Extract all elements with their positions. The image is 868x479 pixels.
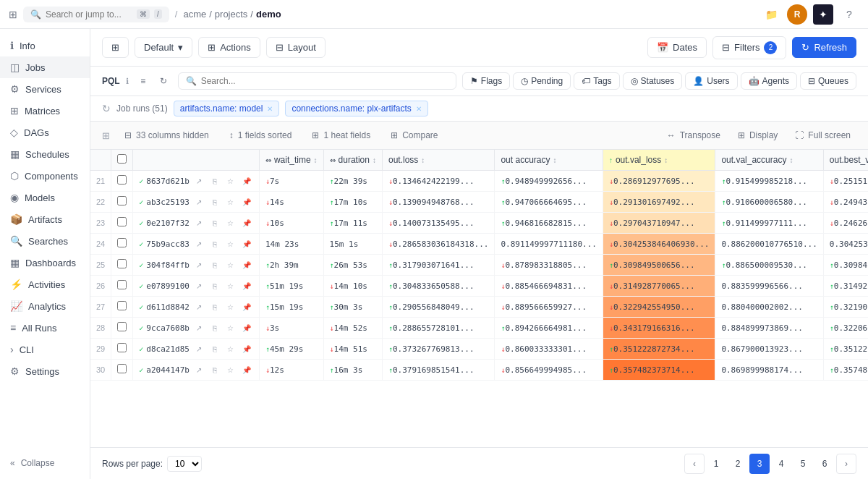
run-pin-btn[interactable]: 📌 xyxy=(240,216,253,229)
user-avatar[interactable]: R xyxy=(787,4,807,25)
sidebar-item-services[interactable]: ⚙ Services xyxy=(0,78,90,100)
run-copy-btn[interactable]: ⎘ xyxy=(208,321,221,334)
tags-btn[interactable]: 🏷 Tags xyxy=(574,72,619,90)
compare-btn[interactable]: ⊞ Compare xyxy=(385,127,443,143)
fullscreen-btn[interactable]: ⛶ Full screen xyxy=(789,127,856,143)
row-checkbox[interactable] xyxy=(117,280,127,289)
transpose-btn[interactable]: ↔ Transpose xyxy=(661,127,726,143)
run-pin-btn[interactable]: 📌 xyxy=(240,258,253,271)
filter-refresh-icon[interactable]: ↻ xyxy=(102,103,111,114)
sidebar-item-artifacts[interactable]: 📦 Artifacts xyxy=(0,208,90,230)
breadcrumb-projects[interactable]: projects xyxy=(215,9,248,20)
sidebar-item-analytics[interactable]: 📈 Analytics xyxy=(0,295,90,317)
run-star-btn[interactable]: ☆ xyxy=(224,300,237,313)
default-btn[interactable]: Default ▾ xyxy=(135,37,192,58)
page-prev-btn[interactable]: ‹ xyxy=(684,454,705,474)
view-icon-btn[interactable]: ⊞ xyxy=(102,37,129,58)
page-2-btn[interactable]: 2 xyxy=(728,454,748,474)
run-link-btn[interactable]: ↗ xyxy=(192,321,205,334)
query-search-input[interactable] xyxy=(201,76,448,86)
sidebar-item-matrices[interactable]: ⊞ Matrices xyxy=(0,100,90,122)
run-pin-btn[interactable]: 📌 xyxy=(240,279,253,292)
th-wait-time[interactable]: ⇔ wait_time ↕ xyxy=(259,150,323,171)
help-icon-btn[interactable]: ? xyxy=(839,4,859,25)
run-link-btn[interactable]: ↗ xyxy=(192,237,205,250)
actions-btn[interactable]: ⊞ Actions xyxy=(198,37,260,58)
page-1-btn[interactable]: 1 xyxy=(706,454,726,474)
page-next-btn[interactable]: › xyxy=(836,454,856,474)
agents-btn[interactable]: 🤖 Agents xyxy=(741,72,797,90)
statuses-btn[interactable]: ◎ Statuses xyxy=(623,72,683,90)
folder-icon-btn[interactable]: 📁 xyxy=(761,4,781,25)
run-copy-btn[interactable]: ⎘ xyxy=(208,363,221,376)
run-link-btn[interactable]: ↗ xyxy=(192,363,205,376)
run-star-btn[interactable]: ☆ xyxy=(224,321,237,334)
sidebar-item-allruns[interactable]: ≡ All Runs xyxy=(0,317,90,339)
sidebar-item-dashboards[interactable]: ▦ Dashboards xyxy=(0,252,90,274)
sidebar-item-activities[interactable]: ⚡ Activities xyxy=(0,274,90,295)
columns-hidden-btn[interactable]: ⊟ 33 columns hidden xyxy=(119,127,215,143)
flags-btn[interactable]: ⚑ Flags xyxy=(462,72,510,90)
row-checkbox[interactable] xyxy=(117,301,127,310)
display-btn[interactable]: ⊞ Display xyxy=(732,127,783,143)
page-4-btn[interactable]: 4 xyxy=(771,454,791,474)
run-copy-btn[interactable]: ⎘ xyxy=(208,237,221,250)
chip-close-artifacts[interactable]: ✕ xyxy=(267,105,273,113)
run-copy-btn[interactable]: ⎘ xyxy=(208,195,221,208)
refresh-small-btn[interactable]: ↻ xyxy=(155,72,172,90)
polyaxon-logo-btn[interactable]: ✦ xyxy=(813,4,833,25)
run-pin-btn[interactable]: 📌 xyxy=(240,321,253,334)
queues-btn[interactable]: ⊟ Queues xyxy=(800,72,856,90)
run-link-btn[interactable]: ↗ xyxy=(192,279,205,292)
sidebar-item-settings[interactable]: ⚙ Settings xyxy=(0,360,90,382)
sidebar-item-components[interactable]: ⬡ Components xyxy=(0,165,90,187)
run-pin-btn[interactable]: 📌 xyxy=(240,237,253,250)
page-6-btn[interactable]: 6 xyxy=(814,454,835,474)
run-pin-btn[interactable]: 📌 xyxy=(240,342,253,355)
pending-btn[interactable]: ◷ Pending xyxy=(513,72,571,90)
refresh-btn[interactable]: ↻ Refresh xyxy=(792,37,856,58)
users-btn[interactable]: 👤 Users xyxy=(685,72,737,90)
run-pin-btn[interactable]: 📌 xyxy=(240,300,253,313)
run-copy-btn[interactable]: ⎘ xyxy=(208,300,221,313)
sidebar-item-info[interactable]: ℹ Info xyxy=(0,35,90,56)
sidebar-item-models[interactable]: ◉ Models xyxy=(0,187,90,208)
row-checkbox[interactable] xyxy=(117,364,127,373)
run-pin-btn[interactable]: 📌 xyxy=(240,363,253,376)
run-copy-btn[interactable]: ⎘ xyxy=(208,258,221,271)
run-link-btn[interactable]: ↗ xyxy=(192,174,205,187)
search-input[interactable] xyxy=(46,9,132,20)
run-star-btn[interactable]: ☆ xyxy=(224,279,237,292)
select-all-checkbox[interactable] xyxy=(117,154,127,164)
run-star-btn[interactable]: ☆ xyxy=(224,216,237,229)
page-5-btn[interactable]: 5 xyxy=(793,454,813,474)
page-3-btn[interactable]: 3 xyxy=(749,454,770,474)
row-checkbox[interactable] xyxy=(117,259,127,268)
fields-sorted-btn[interactable]: ↕ 1 fields sorted xyxy=(224,127,298,143)
run-link-btn[interactable]: ↗ xyxy=(192,195,205,208)
run-star-btn[interactable]: ☆ xyxy=(224,342,237,355)
run-link-btn[interactable]: ↗ xyxy=(192,300,205,313)
dates-btn[interactable]: 📅 Dates xyxy=(647,37,707,58)
list-view-icon-btn[interactable]: ≡ xyxy=(135,72,152,90)
run-star-btn[interactable]: ☆ xyxy=(224,195,237,208)
breadcrumb-acme[interactable]: acme xyxy=(183,9,206,20)
run-copy-btn[interactable]: ⎘ xyxy=(208,342,221,355)
run-star-btn[interactable]: ☆ xyxy=(224,363,237,376)
run-star-btn[interactable]: ☆ xyxy=(224,237,237,250)
chip-close-connections[interactable]: ✕ xyxy=(416,105,422,113)
run-link-btn[interactable]: ↗ xyxy=(192,258,205,271)
row-checkbox[interactable] xyxy=(117,196,127,205)
sidebar-item-cli[interactable]: › CLI xyxy=(0,339,90,360)
row-checkbox[interactable] xyxy=(117,322,127,331)
sidebar-item-jobs[interactable]: ◫ Jobs xyxy=(0,56,90,78)
run-link-btn[interactable]: ↗ xyxy=(192,216,205,229)
run-copy-btn[interactable]: ⎘ xyxy=(208,174,221,187)
layout-btn[interactable]: ⊟ Layout xyxy=(266,37,326,58)
filters-btn[interactable]: ⊟ Filters 2 xyxy=(712,36,786,59)
run-pin-btn[interactable]: 📌 xyxy=(240,195,253,208)
sidebar-collapse-btn[interactable]: « Collapse xyxy=(0,453,90,473)
run-star-btn[interactable]: ☆ xyxy=(224,258,237,271)
th-out-val-loss[interactable]: ↑ out.val_loss ↕ xyxy=(603,150,715,171)
sidebar-item-dags[interactable]: ◇ DAGs xyxy=(0,122,90,143)
